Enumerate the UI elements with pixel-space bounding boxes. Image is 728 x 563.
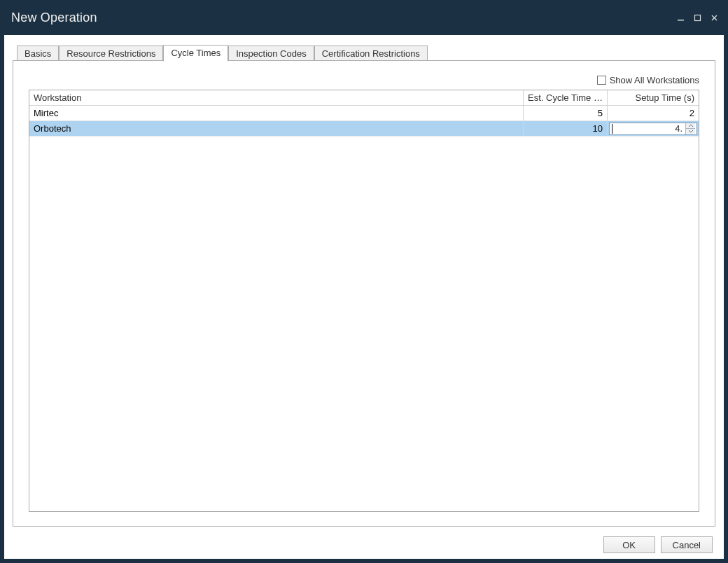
cell-est-cycle[interactable]: 5 (524, 106, 608, 120)
tab-certification-restrictions[interactable]: Certification Restrictions (314, 46, 428, 62)
tab-basics[interactable]: Basics (17, 46, 59, 62)
minimize-icon[interactable] (675, 12, 686, 23)
table-row[interactable]: Orbotech 10 4. (29, 121, 699, 137)
col-workstation[interactable]: Workstation (29, 90, 524, 105)
content-area: Basics Resource Restrictions Cycle Times… (4, 35, 724, 531)
cell-setup-editor[interactable]: 4. (608, 121, 699, 136)
cancel-button[interactable]: Cancel (661, 536, 713, 553)
window-title: New Operation (11, 11, 97, 25)
tab-cycle-times[interactable]: Cycle Times (163, 45, 228, 62)
show-all-label: Show All Workstations (610, 75, 699, 85)
col-setup[interactable]: Setup Time (s) (608, 90, 699, 105)
cell-est-cycle[interactable]: 10 (524, 121, 608, 136)
tabstrip: Basics Resource Restrictions Cycle Times… (17, 43, 715, 61)
titlebar: New Operation (0, 0, 728, 35)
maximize-icon[interactable] (692, 12, 703, 23)
dialog-footer: OK Cancel (4, 531, 724, 559)
svg-rect-1 (694, 15, 700, 20)
tab-inspection-codes[interactable]: Inspection Codes (228, 46, 314, 62)
cell-workstation: Mirtec (29, 106, 524, 120)
show-all-workstations[interactable]: Show All Workstations (597, 75, 699, 85)
spin-buttons (685, 123, 695, 134)
grid-header: Workstation Est. Cycle Time (s) Setup Ti… (29, 90, 699, 106)
svg-rect-0 (678, 20, 684, 21)
cell-setup[interactable]: 2 (608, 106, 699, 120)
client-area: Basics Resource Restrictions Cycle Times… (4, 35, 724, 559)
grid-body: Mirtec 5 2 Orbotech 10 4. (29, 106, 699, 511)
checkbox-icon[interactable] (597, 76, 606, 85)
workstation-grid: Workstation Est. Cycle Time (s) Setup Ti… (29, 90, 699, 512)
spin-up-icon[interactable] (686, 123, 695, 129)
close-icon[interactable] (708, 12, 720, 23)
setup-time-input[interactable]: 4. (609, 123, 697, 135)
tab-panel-cycle-times: Show All Workstations Workstation Est. C… (13, 60, 715, 527)
spin-down-icon[interactable] (686, 128, 695, 134)
cell-workstation: Orbotech (29, 121, 524, 136)
window-controls (675, 12, 720, 23)
table-row[interactable]: Mirtec 5 2 (29, 106, 699, 121)
col-est-cycle[interactable]: Est. Cycle Time (s) (524, 90, 608, 105)
tab-resource-restrictions[interactable]: Resource Restrictions (59, 46, 163, 62)
options-row: Show All Workstations (29, 75, 699, 85)
ok-button[interactable]: OK (603, 536, 655, 553)
